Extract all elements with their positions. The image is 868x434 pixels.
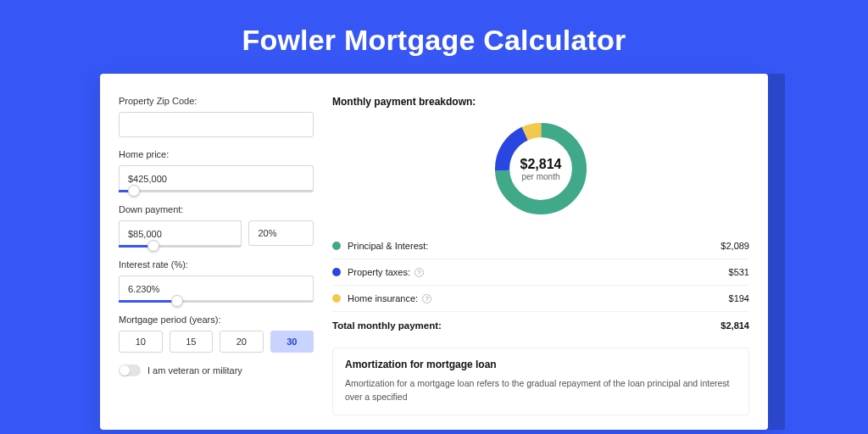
info-icon[interactable]: ? bbox=[415, 268, 424, 277]
decorative-strip bbox=[768, 74, 785, 430]
period-option-15[interactable]: 15 bbox=[170, 331, 214, 353]
veteran-toggle[interactable] bbox=[119, 364, 141, 376]
period-option-10[interactable]: 10 bbox=[119, 331, 163, 353]
period-option-30[interactable]: 30 bbox=[270, 331, 314, 353]
amortization-body: Amortization for a mortgage loan refers … bbox=[345, 377, 737, 404]
interest-rate-label: Interest rate (%): bbox=[119, 259, 314, 270]
legend-text: Property taxes: bbox=[348, 267, 410, 277]
amortization-box: Amortization for mortgage loan Amortizat… bbox=[332, 348, 749, 415]
interest-rate-slider-thumb[interactable] bbox=[171, 295, 183, 307]
donut-center-sub: per month bbox=[521, 172, 559, 181]
legend-label: Principal & Interest: bbox=[348, 241, 721, 251]
interest-rate-slider[interactable] bbox=[119, 300, 314, 303]
breakdown-heading: Monthly payment breakdown: bbox=[332, 96, 749, 108]
field-home-price: Home price: bbox=[119, 149, 314, 192]
field-interest-rate: Interest rate (%): bbox=[119, 259, 314, 303]
down-payment-label: Down payment: bbox=[119, 204, 314, 214]
field-down-payment: Down payment: bbox=[119, 204, 314, 248]
legend-row-taxes: Property taxes: ? $531 bbox=[332, 259, 749, 286]
home-price-slider[interactable] bbox=[119, 190, 314, 192]
down-payment-amount-input[interactable] bbox=[119, 220, 242, 246]
legend-text: Home insurance: bbox=[348, 293, 418, 303]
legend-row-principal: Principal & Interest: $2,089 bbox=[332, 233, 749, 259]
amortization-heading: Amortization for mortgage loan bbox=[345, 359, 737, 370]
zip-label: Property Zip Code: bbox=[119, 96, 314, 106]
legend-value: $531 bbox=[729, 267, 749, 277]
veteran-toggle-label: I am veteran or military bbox=[147, 365, 242, 376]
dot-icon bbox=[332, 242, 341, 250]
total-value: $2,814 bbox=[721, 320, 749, 331]
down-payment-slider[interactable] bbox=[119, 245, 242, 248]
legend-text: Principal & Interest: bbox=[348, 241, 428, 251]
home-price-label: Home price: bbox=[119, 149, 314, 159]
interest-rate-input[interactable] bbox=[119, 275, 314, 301]
results-panel: Monthly payment breakdown: $2,814 per mo… bbox=[320, 96, 749, 430]
legend-value: $2,089 bbox=[721, 241, 749, 251]
legend-label: Property taxes: ? bbox=[348, 267, 729, 277]
legend-label: Home insurance: ? bbox=[348, 293, 729, 303]
field-period: Mortgage period (years): 10 15 20 30 bbox=[119, 314, 314, 353]
legend-row-insurance: Home insurance: ? $194 bbox=[332, 286, 749, 312]
total-label: Total monthly payment: bbox=[332, 320, 721, 331]
period-option-20[interactable]: 20 bbox=[220, 331, 264, 353]
legend-value: $194 bbox=[729, 293, 749, 303]
info-icon[interactable]: ? bbox=[422, 294, 431, 303]
inputs-panel: Property Zip Code: Home price: Down paym… bbox=[119, 96, 320, 430]
calculator-card: Property Zip Code: Home price: Down paym… bbox=[100, 74, 768, 430]
zip-input[interactable] bbox=[119, 112, 314, 137]
dot-icon bbox=[332, 268, 341, 276]
down-payment-percent-input[interactable] bbox=[248, 220, 314, 246]
donut-chart-wrap: $2,814 per month bbox=[332, 118, 749, 220]
dot-icon bbox=[332, 294, 341, 303]
veteran-toggle-row: I am veteran or military bbox=[119, 364, 314, 376]
home-price-input[interactable] bbox=[119, 165, 314, 191]
field-zip: Property Zip Code: bbox=[119, 96, 314, 137]
period-label: Mortgage period (years): bbox=[119, 314, 314, 325]
total-row: Total monthly payment: $2,814 bbox=[332, 312, 749, 342]
donut-center-amount: $2,814 bbox=[520, 157, 562, 172]
home-price-slider-thumb[interactable] bbox=[128, 185, 140, 197]
donut-center: $2,814 per month bbox=[490, 118, 592, 220]
page-title: Fowler Mortgage Calculator bbox=[0, 0, 868, 74]
donut-chart: $2,814 per month bbox=[490, 118, 592, 220]
period-options: 10 15 20 30 bbox=[119, 331, 314, 353]
down-payment-slider-thumb[interactable] bbox=[147, 240, 159, 252]
